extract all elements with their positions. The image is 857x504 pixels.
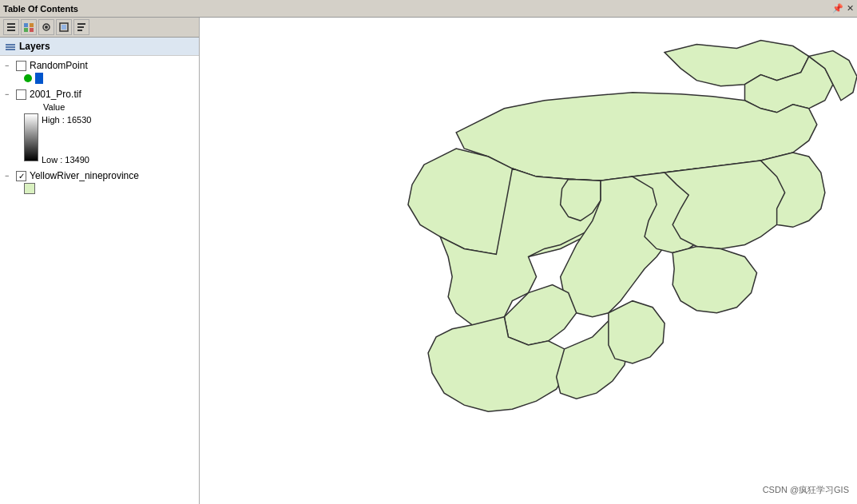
legend-yellowriver	[24, 182, 194, 195]
legend-gradient-2001pro: Value High : 16530 Low : 13490	[24, 101, 194, 166]
svg-rect-5	[24, 28, 28, 32]
legend-rect-randompoint	[35, 73, 43, 84]
svg-rect-2	[7, 30, 15, 31]
main-layout: Layers − RandomPoint − 2	[0, 18, 857, 504]
toc-options-btn[interactable]	[73, 19, 89, 35]
checkbox-randompoint[interactable]	[16, 61, 26, 71]
pin-icon[interactable]: 📌	[832, 3, 843, 14]
legend-low-value: Low : 13490	[42, 155, 91, 165]
svg-rect-10	[61, 25, 66, 30]
legend-square-yellowriver	[24, 183, 35, 194]
svg-rect-15	[6, 46, 15, 48]
toc-title: Table Of Contents	[3, 4, 78, 14]
legend-high-value: High : 16530	[42, 115, 91, 125]
svg-point-8	[45, 26, 48, 29]
checkbox-2001pro[interactable]	[16, 89, 26, 100]
list-by-selection-btn[interactable]	[56, 19, 72, 35]
legend-randompoint	[24, 72, 194, 85]
layer-item-2001pro: − 2001_Pro.tif Value High : 16530 Low : …	[0, 86, 199, 168]
layers-header: Layers	[0, 38, 199, 56]
list-by-visibility-btn[interactable]	[38, 19, 54, 35]
layer-row-randompoint: − RandomPoint	[5, 59, 194, 72]
watermark: CSDN @疯狂学习GIS	[763, 484, 849, 496]
yellow-river-provinces	[408, 40, 857, 411]
svg-rect-3	[24, 23, 28, 27]
layer-row-2001pro: − 2001_Pro.tif	[5, 88, 194, 101]
layer-name-randompoint: RandomPoint	[30, 60, 88, 71]
svg-rect-1	[7, 26, 15, 28]
svg-rect-0	[7, 23, 15, 25]
toc-titlebar-icons: 📌 ✕	[832, 3, 854, 14]
svg-rect-11	[77, 23, 85, 25]
svg-rect-6	[30, 28, 34, 32]
toc-content: − RandomPoint − 2001_Pro.tif Value	[0, 56, 199, 504]
map-area[interactable]: CSDN @疯狂学习GIS	[200, 18, 857, 504]
expand-yellowriver[interactable]: −	[5, 172, 13, 180]
layer-item-yellowriver: − ✓ YellowRiver_nineprovince	[0, 168, 199, 196]
toc-titlebar: Table Of Contents 📌 ✕	[0, 0, 857, 18]
expand-randompoint[interactable]: −	[5, 62, 13, 69]
list-by-drawing-order-btn[interactable]	[3, 19, 19, 35]
toc-toolbar	[0, 18, 199, 38]
layers-label: Layers	[19, 41, 50, 52]
layer-row-yellowriver: − ✓ YellowRiver_nineprovince	[5, 169, 194, 182]
gradient-bar	[24, 113, 38, 161]
svg-rect-13	[77, 30, 82, 31]
svg-rect-12	[77, 26, 84, 28]
toc-panel: Layers − RandomPoint − 2	[0, 18, 200, 504]
list-by-source-btn[interactable]	[21, 19, 37, 35]
svg-rect-16	[6, 49, 15, 50]
map-svg	[200, 18, 857, 504]
svg-rect-4	[30, 23, 34, 27]
layer-item-randompoint: − RandomPoint	[0, 58, 199, 86]
checkbox-yellowriver[interactable]: ✓	[16, 171, 26, 181]
legend-value-title: Value	[43, 102, 194, 112]
layer-name-2001pro: 2001_Pro.tif	[30, 89, 81, 100]
legend-dot-randompoint	[24, 74, 32, 82]
layers-icon	[5, 41, 16, 52]
close-icon[interactable]: ✕	[847, 3, 854, 14]
expand-2001pro[interactable]: −	[5, 90, 13, 98]
svg-rect-14	[6, 44, 15, 46]
layer-name-yellowriver: YellowRiver_nineprovince	[30, 170, 139, 181]
